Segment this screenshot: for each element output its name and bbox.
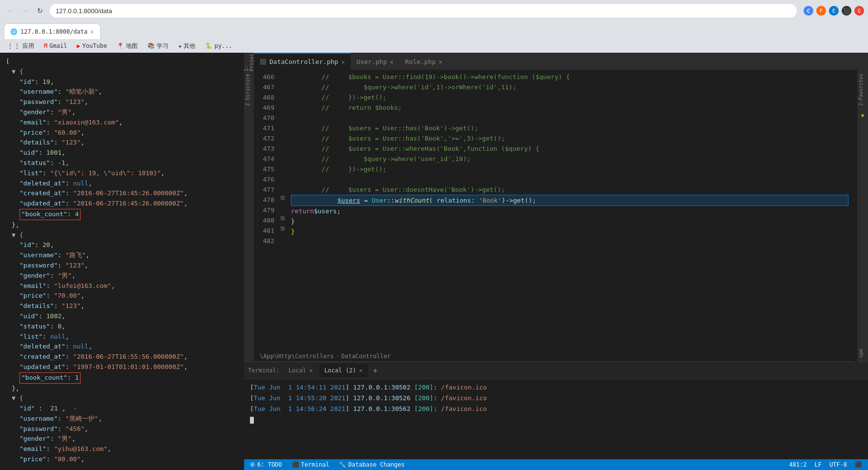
json-details-20: "details": "123", <box>20 301 238 311</box>
json-gender-19: "gender": "男", <box>20 107 238 118</box>
code-line-477: // $users = User::doesntHave('Book')->ge… <box>291 184 848 195</box>
browser-tabs: 🌐 127.0.0.1:8000/data ✕ <box>0 21 868 39</box>
breadcrumb-controllers[interactable]: \App\Http\Controllers <box>260 353 334 360</box>
code-line-478: $users = User::withCount( relations: 'Bo… <box>291 195 848 206</box>
bookmark-gmail[interactable]: M Gmail <box>41 41 70 50</box>
tab-role[interactable]: Role.php ✕ <box>399 53 448 70</box>
status-lf[interactable]: LF <box>812 461 823 468</box>
terminal-tab-local[interactable]: Local ✕ <box>284 364 317 377</box>
z-structure-label[interactable]: Z-Structure <box>244 70 254 110</box>
terminal-tabs: Terminal: Local ✕ Local (2) ✕ + <box>244 362 868 379</box>
terminal-label: Terminal: <box>248 367 280 374</box>
terminal-line-3: [Tue Jun 1 14:56:24 2021] 127.0.0.1:3056… <box>250 404 862 414</box>
ext-icon: ⬛ <box>842 6 851 16</box>
breadcrumb-separator: › <box>336 353 339 360</box>
terminal-add-button[interactable]: + <box>370 365 381 376</box>
editor-scrollbar[interactable] <box>852 70 857 362</box>
editor-gutter: ⬛ ⬛ ⬛ <box>278 70 287 351</box>
json-entry-2-close: }, <box>12 384 238 394</box>
maps-icon: 📍 <box>117 42 124 49</box>
todo-label: 6: TODO <box>257 461 282 468</box>
back-button[interactable]: ← <box>4 4 18 18</box>
code-line-469: // return $books; <box>291 102 848 113</box>
json-deleted-19: "deleted_at": null, <box>20 179 238 189</box>
json-id-21: "id": 21,- <box>20 404 238 414</box>
terminal-local2-close[interactable]: ✕ <box>359 367 362 374</box>
other-icon: ★ <box>178 42 182 49</box>
bookmark-apps[interactable]: ⋮⋮ 应用 <box>4 41 37 51</box>
code-line-475: // })->get(); <box>291 164 848 174</box>
json-entry-2-toggle[interactable]: ▼ { <box>12 230 238 241</box>
status-position[interactable]: 481:2 <box>787 461 808 468</box>
gmail-label: Gmail <box>49 42 67 49</box>
status-bar: ⑥ 6: TODO ⬛ Terminal 🔧 Database Changes … <box>244 459 868 470</box>
tab-favicon: 🌐 <box>10 28 18 35</box>
terminal-tab-local2[interactable]: Local (2) ✕ <box>319 364 367 377</box>
json-username-20: "username": "路飞", <box>20 250 238 261</box>
bookmark-maps[interactable]: 📍 地图 <box>114 41 141 51</box>
bookmark-py[interactable]: 🐍 py... <box>202 41 235 50</box>
favorites-star-icon: ★ <box>857 110 868 120</box>
tab-role-label: Role.php <box>405 58 436 65</box>
json-status-19: "status": -1, <box>20 158 238 168</box>
terminal-icon: ⬛ <box>292 461 299 468</box>
json-password-20: "password": "123", <box>20 261 238 271</box>
terminal-local-close[interactable]: ✕ <box>309 367 312 374</box>
json-root-open: [ <box>6 57 238 67</box>
encoding-label: UTF-8 <box>829 461 847 468</box>
json-price-20: "price": "70.00", <box>20 291 238 301</box>
json-uid-20: "uid": 1002, <box>20 311 238 322</box>
terminal-tab-local-label: Local <box>289 367 306 374</box>
json-details-19: "details": "123", <box>20 138 238 148</box>
tab-user-close[interactable]: ✕ <box>390 59 393 65</box>
bookmark-bar: ⋮⋮ 应用 M Gmail ▶ YouTube 📍 地图 📚 学习 ★ 其他 <box>0 39 868 53</box>
code-lines[interactable]: // $books = User::find(19)->book()->wher… <box>287 70 852 351</box>
code-line-481: } <box>291 226 848 237</box>
json-email-21: "email": "yihu@163.com", <box>20 444 238 454</box>
position-label: 481:2 <box>789 461 806 468</box>
line-numbers: 466 467 468 469 470 471 472 473 474 475 … <box>254 70 278 351</box>
study-label: 学习 <box>157 42 168 50</box>
bookmark-youtube[interactable]: ▶ YouTube <box>74 41 110 50</box>
status-terminal[interactable]: ⬛ Terminal <box>290 461 331 468</box>
code-line-467: // $query->where('id',1)->orWhere('id',1… <box>291 82 848 92</box>
browser-toolbar: ← → ↻ C F E ⬛ G <box>0 0 868 21</box>
code-line-482 <box>291 237 848 247</box>
code-area: 466 467 468 469 470 471 472 473 474 475 … <box>254 70 852 351</box>
project-label: 1-Project <box>244 53 254 72</box>
json-entry-3-toggle[interactable]: ▼ { <box>12 393 238 404</box>
code-editor[interactable]: 466 467 468 469 470 471 472 473 474 475 … <box>254 70 852 362</box>
status-database[interactable]: 🔧 Database Changes <box>337 461 407 468</box>
tab-datacontroller-close[interactable]: ✕ <box>341 59 345 65</box>
forward-button[interactable]: → <box>19 4 32 18</box>
json-password-21: "password": "456", <box>20 424 238 434</box>
json-created-20: "created_at": "2016-06-27T16:55:56.00000… <box>20 352 238 362</box>
status-encoding[interactable]: UTF-8 <box>827 461 849 468</box>
code-line-474: // $query->where('user_id',19); <box>291 154 848 164</box>
json-entry-1-close: }, <box>12 220 238 230</box>
bookmark-other[interactable]: ★ 其他 <box>175 41 198 51</box>
json-email-20: "email": "lufei@163.com", <box>20 281 238 291</box>
status-mode[interactable]: ⬛ <box>853 461 864 468</box>
bookmark-study[interactable]: 📚 学习 <box>145 41 171 51</box>
tab-user[interactable]: User.php ✕ <box>351 53 399 70</box>
tab-role-close[interactable]: ✕ <box>439 59 442 65</box>
code-line-472: // $users = User::has('Book','>=',3)->ge… <box>291 133 848 143</box>
json-price-21: "price": "80.00", <box>20 454 238 465</box>
reload-button[interactable]: ↻ <box>33 4 47 18</box>
address-bar[interactable] <box>50 4 797 18</box>
tab-close-button[interactable]: ✕ <box>90 28 94 35</box>
code-line-473: // $users = User::whereHas('Book',functi… <box>291 143 848 154</box>
json-bookcount-20: "book_count": 1 <box>20 372 238 384</box>
json-id-19: "id": 19, <box>20 77 238 87</box>
status-todo[interactable]: ⑥ 6: TODO <box>248 461 284 468</box>
json-uid-19: "uid": 1001, <box>20 148 238 158</box>
browser-tab-data[interactable]: 🌐 127.0.0.1:8000/data ✕ <box>4 23 101 39</box>
breadcrumb-datacontroller[interactable]: DataController <box>341 353 391 360</box>
json-entry-1-toggle[interactable]: ▼ { <box>12 67 238 77</box>
tab-datacontroller[interactable]: ⬛ DataController.php ✕ <box>254 53 351 70</box>
z-structure-strip: Z-Structure <box>244 70 254 362</box>
json-id-20: "id": 20, <box>20 240 238 250</box>
todo-icon: ⑥ <box>250 461 255 468</box>
tab-datacontroller-label: DataController.php <box>269 58 338 65</box>
